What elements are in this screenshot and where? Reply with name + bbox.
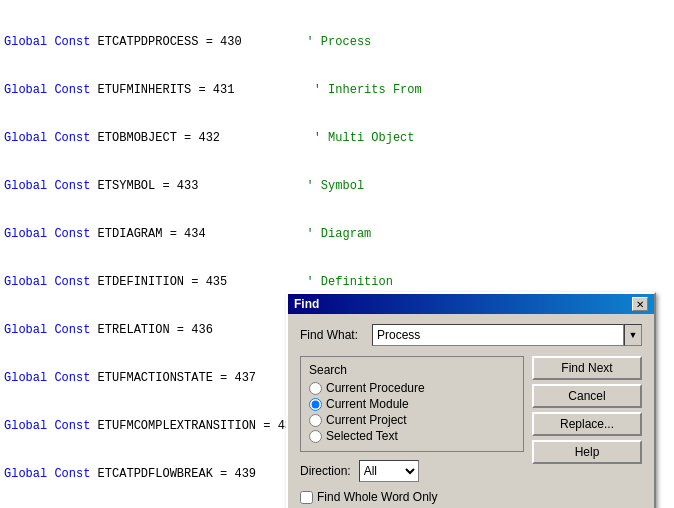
cancel-button[interactable]: Cancel xyxy=(532,384,642,408)
dialog-title: Find xyxy=(294,297,319,311)
checkbox-whole-word[interactable] xyxy=(300,491,313,504)
radio-label-procedure: Current Procedure xyxy=(326,381,425,395)
radio-label-module: Current Module xyxy=(326,397,409,411)
find-next-button[interactable]: Find Next xyxy=(532,356,642,380)
dialog-main: Search Current Procedure Current Module … xyxy=(300,356,642,508)
dialog-close-button[interactable]: ✕ xyxy=(632,297,648,311)
dialog-titlebar: Find ✕ xyxy=(288,294,654,314)
search-group-title: Search xyxy=(309,363,515,377)
search-group: Search Current Procedure Current Module … xyxy=(300,356,524,452)
dialog-left: Search Current Procedure Current Module … xyxy=(300,356,524,508)
radio-current-module[interactable] xyxy=(309,398,322,411)
radio-label-selected: Selected Text xyxy=(326,429,398,443)
find-what-dropdown[interactable]: ▼ xyxy=(624,324,642,346)
radio-row-module[interactable]: Current Module xyxy=(309,397,515,411)
radio-row-selected[interactable]: Selected Text xyxy=(309,429,515,443)
radio-label-project: Current Project xyxy=(326,413,407,427)
radio-current-project[interactable] xyxy=(309,414,322,427)
checkbox-label-whole-word: Find Whole Word Only xyxy=(317,490,438,504)
dialog-body: Find What: ▼ Search Current Procedure Cu… xyxy=(288,314,654,508)
direction-row: Direction: Forward Backward All xyxy=(300,460,524,482)
direction-select[interactable]: Forward Backward All xyxy=(359,460,419,482)
radio-row-procedure[interactable]: Current Procedure xyxy=(309,381,515,395)
find-what-label: Find What: xyxy=(300,328,372,342)
find-dialog: Find ✕ Find What: ▼ Search Current Proce… xyxy=(286,292,656,508)
radio-current-procedure[interactable] xyxy=(309,382,322,395)
radio-row-project[interactable]: Current Project xyxy=(309,413,515,427)
direction-label: Direction: xyxy=(300,464,351,478)
replace-button[interactable]: Replace... xyxy=(532,412,642,436)
checkbox-row-whole-word[interactable]: Find Whole Word Only xyxy=(300,490,524,504)
find-what-row: Find What: ▼ xyxy=(300,324,642,346)
find-what-input[interactable] xyxy=(372,324,624,346)
options-area: Find Whole Word Only Match Case Use Patt… xyxy=(300,490,524,508)
radio-selected-text[interactable] xyxy=(309,430,322,443)
help-button[interactable]: Help xyxy=(532,440,642,464)
dialog-buttons: Find Next Cancel Replace... Help xyxy=(532,356,642,508)
